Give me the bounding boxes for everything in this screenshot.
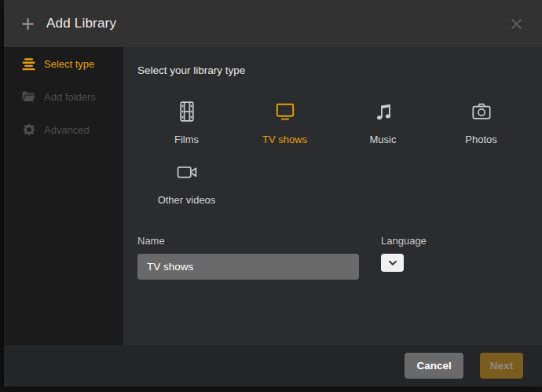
close-icon — [511, 19, 522, 29]
type-option-other-videos[interactable]: Other videos — [137, 159, 236, 206]
type-option-music[interactable]: Music — [334, 99, 432, 145]
select-type-panel: Select your library type Films TV shows — [123, 47, 542, 345]
language-field-label: Language — [381, 235, 427, 247]
wizard-steps-sidebar: Select type Add folders Advanced — [4, 47, 123, 345]
camera-icon — [470, 99, 493, 124]
close-button[interactable] — [508, 16, 525, 32]
dialog-body: Select type Add folders Advanced Select … — [4, 47, 542, 345]
type-option-label: Other videos — [158, 194, 216, 206]
gear-icon — [22, 123, 35, 136]
video-camera-icon — [175, 159, 199, 185]
tv-icon — [273, 99, 297, 124]
sidebar-item-label: Select type — [44, 58, 94, 70]
music-note-icon — [372, 99, 395, 124]
sidebar-item-select-type[interactable]: Select type — [4, 47, 123, 80]
cancel-button[interactable]: Cancel — [405, 353, 463, 379]
type-option-films[interactable]: Films — [137, 99, 236, 145]
list-icon — [22, 57, 35, 71]
library-name-input[interactable] — [137, 254, 359, 280]
panel-heading: Select your library type — [137, 64, 542, 76]
sidebar-item-add-folders[interactable]: Add folders — [4, 80, 123, 113]
name-field-label: Name — [137, 235, 359, 247]
dialog-footer: Cancel Next — [4, 345, 542, 387]
folder-icon — [22, 91, 35, 102]
type-option-label: Music — [370, 134, 397, 145]
next-button[interactable]: Next — [480, 353, 523, 379]
language-field-group: Language — [381, 235, 427, 280]
sidebar-item-label: Add folders — [44, 91, 96, 103]
dialog-header: Add Library — [4, 0, 542, 47]
chevron-down-icon — [388, 260, 397, 266]
dialog-title: Add Library — [46, 16, 116, 31]
film-strip-icon — [175, 99, 199, 124]
language-select[interactable] — [381, 254, 404, 272]
library-details-row: Name Language — [137, 235, 542, 280]
add-library-dialog: Add Library Select type Add folders — [4, 0, 542, 387]
type-option-label: TV shows — [262, 134, 307, 145]
plus-icon — [21, 17, 35, 31]
sidebar-item-advanced[interactable]: Advanced — [4, 113, 123, 146]
name-field-group: Name — [137, 235, 359, 280]
type-option-tv-shows[interactable]: TV shows — [236, 99, 334, 145]
sidebar-item-label: Advanced — [44, 124, 90, 136]
type-option-label: Films — [174, 134, 199, 145]
type-option-photos[interactable]: Photos — [432, 99, 530, 145]
type-option-label: Photos — [465, 134, 496, 145]
library-type-grid: Films TV shows Music — [137, 99, 534, 206]
